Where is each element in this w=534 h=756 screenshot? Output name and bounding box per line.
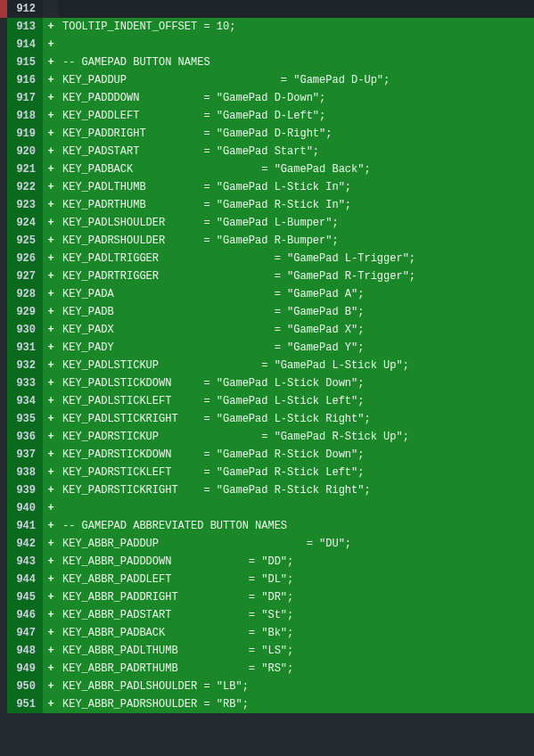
- code-content[interactable]: KEY_PADLSHOULDER = "GamePad L-Bumper";: [59, 214, 534, 232]
- code-content[interactable]: KEY_ABBR_PADBACK = "Bk";: [59, 624, 534, 642]
- code-content[interactable]: KEY_PADBACK = "GamePad Back";: [59, 160, 534, 178]
- diff-line[interactable]: 924+KEY_PADLSHOULDER = "GamePad L-Bumper…: [0, 214, 534, 232]
- diff-view[interactable]: 912913+TOOLTIP_INDENT_OFFSET = 10;914+91…: [0, 0, 534, 713]
- line-number[interactable]: 913: [7, 18, 43, 36]
- diff-line[interactable]: 937+KEY_PADRSTICKDOWN = "GamePad R-Stick…: [0, 446, 534, 464]
- diff-line[interactable]: 942+KEY_ABBR_PADDUP = "DU";: [0, 535, 534, 553]
- code-content[interactable]: KEY_PADRSTICKUP = "GamePad R-Stick Up";: [59, 428, 534, 446]
- code-content[interactable]: KEY_PADLSTICKLEFT = "GamePad L-Stick Lef…: [59, 392, 534, 410]
- code-content[interactable]: KEY_PADY = "GamePad Y";: [59, 339, 534, 357]
- diff-line[interactable]: 930+KEY_PADX = "GamePad X";: [0, 321, 534, 339]
- code-content[interactable]: -- GAMEPAD ABBREVIATED BUTTON NAMES: [59, 517, 534, 535]
- line-number[interactable]: 951: [7, 695, 43, 713]
- code-content[interactable]: TOOLTIP_INDENT_OFFSET = 10;: [59, 18, 534, 36]
- line-number[interactable]: 948: [7, 642, 43, 660]
- line-number[interactable]: 939: [7, 481, 43, 499]
- line-number[interactable]: 915: [7, 53, 43, 71]
- line-number[interactable]: 938: [7, 464, 43, 481]
- diff-line[interactable]: 923+KEY_PADRTHUMB = "GamePad R-Stick In"…: [0, 196, 534, 214]
- code-content[interactable]: KEY_ABBR_PADDDOWN = "DD";: [59, 553, 534, 571]
- line-number[interactable]: 929: [7, 303, 43, 321]
- diff-line[interactable]: 948+KEY_ABBR_PADLTHUMB = "LS";: [0, 642, 534, 660]
- diff-line[interactable]: 944+KEY_ABBR_PADDLEFT = "DL";: [0, 571, 534, 588]
- code-content[interactable]: KEY_PADX = "GamePad X";: [59, 321, 534, 339]
- code-content[interactable]: KEY_PADSTART = "GamePad Start";: [59, 143, 534, 160]
- line-number[interactable]: 945: [7, 588, 43, 606]
- code-content[interactable]: [59, 36, 534, 53]
- line-number[interactable]: 942: [7, 535, 43, 553]
- code-content[interactable]: KEY_ABBR_PADLTHUMB = "LS";: [59, 642, 534, 660]
- diff-line[interactable]: 949+KEY_ABBR_PADRTHUMB = "RS";: [0, 660, 534, 678]
- code-content[interactable]: KEY_ABBR_PADLSHOULDER = "LB";: [59, 678, 534, 695]
- code-content[interactable]: KEY_ABBR_PADRSHOULDER = "RB";: [59, 695, 534, 713]
- line-number[interactable]: 920: [7, 143, 43, 160]
- diff-line[interactable]: 912: [0, 0, 534, 18]
- code-content[interactable]: [59, 499, 534, 517]
- line-number[interactable]: 922: [7, 178, 43, 196]
- diff-line[interactable]: 928+KEY_PADA = "GamePad A";: [0, 285, 534, 303]
- diff-line[interactable]: 927+KEY_PADRTRIGGER = "GamePad R-Trigger…: [0, 267, 534, 285]
- line-number[interactable]: 912: [7, 0, 43, 18]
- diff-line[interactable]: 945+KEY_ABBR_PADDRIGHT = "DR";: [0, 588, 534, 606]
- diff-line[interactable]: 926+KEY_PADLTRIGGER = "GamePad L-Trigger…: [0, 250, 534, 267]
- line-number[interactable]: 923: [7, 196, 43, 214]
- code-content[interactable]: [59, 0, 534, 18]
- code-content[interactable]: KEY_ABBR_PADDRIGHT = "DR";: [59, 588, 534, 606]
- code-content[interactable]: KEY_PADLTHUMB = "GamePad L-Stick In";: [59, 178, 534, 196]
- diff-line[interactable]: 933+KEY_PADLSTICKDOWN = "GamePad L-Stick…: [0, 374, 534, 392]
- diff-line[interactable]: 936+KEY_PADRSTICKUP = "GamePad R-Stick U…: [0, 428, 534, 446]
- line-number[interactable]: 936: [7, 428, 43, 446]
- diff-line[interactable]: 918+KEY_PADDLEFT = "GamePad D-Left";: [0, 107, 534, 125]
- line-number[interactable]: 917: [7, 89, 43, 107]
- diff-line[interactable]: 951+KEY_ABBR_PADRSHOULDER = "RB";: [0, 695, 534, 713]
- code-content[interactable]: KEY_ABBR_PADRTHUMB = "RS";: [59, 660, 534, 678]
- line-number[interactable]: 944: [7, 571, 43, 588]
- code-content[interactable]: KEY_PADRSTICKLEFT = "GamePad R-Stick Lef…: [59, 464, 534, 481]
- code-content[interactable]: KEY_PADRSHOULDER = "GamePad R-Bumper";: [59, 232, 534, 250]
- line-number[interactable]: 943: [7, 553, 43, 571]
- line-number[interactable]: 934: [7, 392, 43, 410]
- line-number[interactable]: 935: [7, 410, 43, 428]
- diff-line[interactable]: 935+KEY_PADLSTICKRIGHT = "GamePad L-Stic…: [0, 410, 534, 428]
- diff-line[interactable]: 941+-- GAMEPAD ABBREVIATED BUTTON NAMES: [0, 517, 534, 535]
- diff-line[interactable]: 946+KEY_ABBR_PADSTART = "St";: [0, 606, 534, 624]
- code-content[interactable]: KEY_PADLTRIGGER = "GamePad L-Trigger";: [59, 250, 534, 267]
- code-content[interactable]: KEY_ABBR_PADSTART = "St";: [59, 606, 534, 624]
- code-content[interactable]: -- GAMEPAD BUTTON NAMES: [59, 53, 534, 71]
- code-content[interactable]: KEY_ABBR_PADDUP = "DU";: [59, 535, 534, 553]
- line-number[interactable]: 919: [7, 125, 43, 143]
- line-number[interactable]: 937: [7, 446, 43, 464]
- code-content[interactable]: KEY_PADRSTICKDOWN = "GamePad R-Stick Dow…: [59, 446, 534, 464]
- line-number[interactable]: 927: [7, 267, 43, 285]
- diff-line[interactable]: 916+KEY_PADDUP = "GamePad D-Up";: [0, 71, 534, 89]
- line-number[interactable]: 918: [7, 107, 43, 125]
- line-number[interactable]: 925: [7, 232, 43, 250]
- line-number[interactable]: 940: [7, 499, 43, 517]
- diff-line[interactable]: 919+KEY_PADDRIGHT = "GamePad D-Right";: [0, 125, 534, 143]
- code-content[interactable]: KEY_PADRTRIGGER = "GamePad R-Trigger";: [59, 267, 534, 285]
- diff-line[interactable]: 925+KEY_PADRSHOULDER = "GamePad R-Bumper…: [0, 232, 534, 250]
- line-number[interactable]: 916: [7, 71, 43, 89]
- line-number[interactable]: 941: [7, 517, 43, 535]
- diff-line[interactable]: 921+KEY_PADBACK = "GamePad Back";: [0, 160, 534, 178]
- line-number[interactable]: 924: [7, 214, 43, 232]
- diff-line[interactable]: 950+KEY_ABBR_PADLSHOULDER = "LB";: [0, 678, 534, 695]
- diff-line[interactable]: 938+KEY_PADRSTICKLEFT = "GamePad R-Stick…: [0, 464, 534, 481]
- code-content[interactable]: KEY_ABBR_PADDLEFT = "DL";: [59, 571, 534, 588]
- code-content[interactable]: KEY_PADLSTICKRIGHT = "GamePad L-Stick Ri…: [59, 410, 534, 428]
- diff-line[interactable]: 932+KEY_PADLSTICKUP = "GamePad L-Stick U…: [0, 357, 534, 374]
- diff-line[interactable]: 915+-- GAMEPAD BUTTON NAMES: [0, 53, 534, 71]
- line-number[interactable]: 928: [7, 285, 43, 303]
- diff-line[interactable]: 920+KEY_PADSTART = "GamePad Start";: [0, 143, 534, 160]
- line-number[interactable]: 947: [7, 624, 43, 642]
- diff-line[interactable]: 940+: [0, 499, 534, 517]
- code-content[interactable]: KEY_PADB = "GamePad B";: [59, 303, 534, 321]
- code-content[interactable]: KEY_PADDLEFT = "GamePad D-Left";: [59, 107, 534, 125]
- line-number[interactable]: 933: [7, 374, 43, 392]
- code-content[interactable]: KEY_PADLSTICKDOWN = "GamePad L-Stick Dow…: [59, 374, 534, 392]
- diff-line[interactable]: 939+KEY_PADRSTICKRIGHT = "GamePad R-Stic…: [0, 481, 534, 499]
- code-content[interactable]: KEY_PADRSTICKRIGHT = "GamePad R-Stick Ri…: [59, 481, 534, 499]
- line-number[interactable]: 946: [7, 606, 43, 624]
- diff-line[interactable]: 914+: [0, 36, 534, 53]
- diff-line[interactable]: 929+KEY_PADB = "GamePad B";: [0, 303, 534, 321]
